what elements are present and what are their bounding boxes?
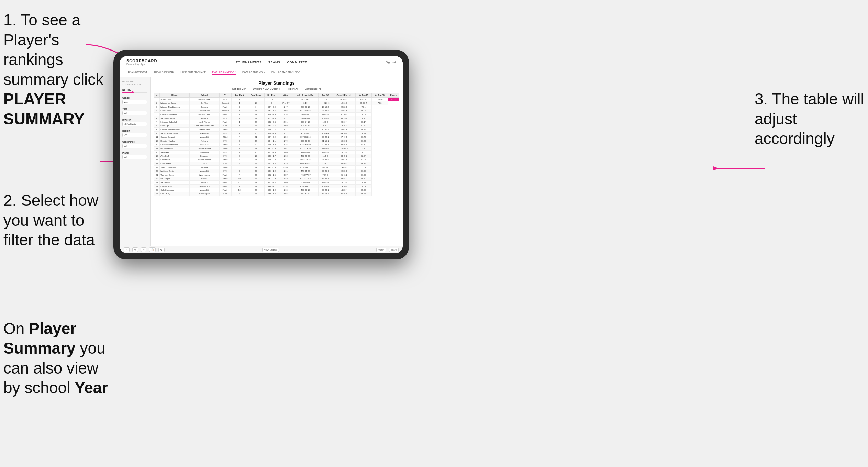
table-row[interactable]: 15Jake HallTennesseeFifth71868.5 -1.51.6… [154,151,399,154]
no-rds-slider[interactable] [122,92,147,93]
table-cell: 1.41 [279,147,292,151]
table-cell: 28-12-7 [319,116,332,120]
table-row[interactable]: 6Jackson KoivunAuburnFirst12767.3 -2.02.… [154,116,399,120]
table-cell: Brendan Valdes [160,139,189,143]
watch-btn[interactable]: Watch [376,248,386,252]
table-cell: 69.1 -1.8 [265,162,279,166]
paste-btn[interactable]: 📋 [149,247,156,252]
nav-committee[interactable]: COMMITTEE [287,60,307,64]
subnav-team-h2h-grid[interactable]: TEAM H2H GRID [154,70,174,75]
year-select[interactable]: (All) [122,111,147,115]
table-row[interactable]: 9Preston SummerhaysArizona StateThird324… [154,128,399,132]
table-row[interactable]: 11Gordon SargentVanderbiltThird42168.7 -… [154,135,399,139]
table-cell: 1 [231,98,247,101]
table-row[interactable]: 7Nicholas GabrelcikNorth FloridaFourth12… [154,120,399,124]
table-cell: 44-26-8 [332,132,356,135]
table-cell: 13-18-2 [319,151,332,154]
table-cell: Jacob Skov Olesen [160,132,189,135]
table-cell: 18 [247,101,265,105]
table-cell: Ole Miss [189,101,219,105]
conference-select[interactable]: (All) [122,144,147,148]
filter-region: Region: All [287,88,298,90]
table-cell: 3 [154,105,160,109]
table-row[interactable]: 4Luke ClatonFlorida StateSecond12768.2 -… [154,109,399,113]
table-row[interactable]: 14Maxwell FordNorth CarolinaThird72369.1… [154,147,399,151]
table-row[interactable]: 20Matthew RiedelVanderbiltFifth92268.6 -… [154,169,399,173]
table-row[interactable]: 19Tiger ChristensenArizonaThird52369.2 -… [154,166,399,169]
subnav-player-h2h-heatmap[interactable]: PLAYER H2H HEATMAP [271,70,300,75]
table-cell: 440-26-6 [319,101,332,105]
view-btn[interactable]: View: Original [262,248,279,252]
table-row[interactable]: 24Bastien AmatNew MexicoFourth12769.4 -1… [154,185,399,188]
left-instructions: 1. To see a Player's rankings summary cl… [3,10,110,398]
copy-btn[interactable]: ⧉ [141,247,146,252]
table-row[interactable]: 5Christo LamprechtGeorgia TechFourth2216… [154,113,399,116]
player-select[interactable]: (All) [122,155,147,159]
table-cell: 26 [154,192,160,196]
table-cell: 14-20-1 [319,181,332,185]
table-row[interactable]: 22Ian GilliganFloridaThird102468.7 -0.91… [154,177,399,181]
step-on-text: On Player Summary you can also view by s… [3,319,110,398]
table-cell: 57-23-0 [371,98,388,101]
no-rds-label: No Rds. [122,89,147,91]
table-row[interactable]: 16Alex GoffKentuckyFifth81968.3 -1.71.92… [154,154,399,158]
division-select[interactable]: NCAA Division I [122,122,147,126]
table-cell: 88.20 [388,98,399,101]
table-cell: 674-33-12 [292,116,319,120]
table-cell: 35-26-4 [332,192,356,196]
table-cell: 61-20-3 [332,113,356,116]
table-cell: Fifth [219,139,231,143]
table-cell: 448-85-27 [292,169,319,173]
table-cell: Arkansas [189,132,219,135]
subnav-player-summary[interactable]: PLAYER SUMMARY [212,70,236,75]
gender-select[interactable]: Men [122,100,147,104]
share-btn[interactable]: Share [389,248,399,252]
table-row[interactable]: 2Michael Le SassoOle MissSecond118067.1 … [154,101,399,105]
clock-btn[interactable]: ⏱ [158,248,165,252]
table-cell: 66.04 [356,109,372,113]
table-row[interactable]: 26Petr HrubyWashingtonFifth72568.6 -1.81… [154,192,399,196]
redo-btn[interactable]: ↪ [132,247,138,252]
table-cell: 8 [231,154,247,158]
table-cell: 1 [279,98,292,101]
filter-division: Division: NCAA Division I [253,88,280,90]
table-cell: Auburn [189,139,219,143]
table-row[interactable]: 13Phichaksn MaichonTexas A&MThird63069.0… [154,143,399,147]
table-cell: Nicholas Gabrelcik [160,120,189,124]
table-row[interactable]: 18Luke PowellUCLAFirst42469.1 -1.81.1350… [154,162,399,166]
subnav-player-h2h-grid[interactable]: PLAYER H2H GRID [242,70,265,75]
table-cell: 26-23-1 [319,188,332,192]
table-row[interactable]: 23Jack LundinMissouriFourth112468.5 -2.3… [154,181,399,185]
nav-teams[interactable]: TEAMS [268,60,280,64]
table-cell: 51-51-10 [332,147,356,151]
table-row[interactable]: 1Wenyi DingArizona StateFirst1115167.1 -… [154,98,399,101]
table-row[interactable]: 12Brendan ValdesAuburnFifth53768.4 -1.11… [154,139,399,143]
subnav-team-h2h-heatmap[interactable]: TEAM H2H HEATMAP [180,70,206,75]
table-cell: Georgia Tech [189,113,219,116]
table-row[interactable]: 21Taehoon SongWashingtonFourth42369.2 -1… [154,173,399,177]
sign-out-link[interactable]: Sign out [386,60,396,64]
undo-btn[interactable]: ↩ [124,247,130,252]
sub-nav: TEAM SUMMARY TEAM H2H GRID TEAM H2H HEAT… [120,68,403,77]
subnav-team-summary[interactable]: TEAM SUMMARY [126,70,147,75]
table-cell: 20-25-6 [319,169,332,173]
table-cell: 19-11-1 [332,101,356,105]
table-cell: Maxwell Ford [160,147,189,151]
table-cell: Fifth [219,192,231,196]
table-cell: 55.87 [356,162,372,166]
table-row[interactable]: 17David FordNorth CarolinaThird42169.0 -… [154,158,399,162]
nav-tournaments[interactable]: TOURNAMENTS [236,60,261,64]
table-row[interactable]: 25Cole SherwoodVanderbiltFourth122369.3 … [154,188,399,192]
table-cell: 1.92 [279,154,292,158]
table-row[interactable]: 3Michael ThorbjornsenStanfordFourth2168.… [154,105,399,109]
table-cell: 23 [154,181,160,185]
table-cell: 21 [247,158,265,162]
table-cell: 20-26-1 [319,143,332,147]
table-row[interactable]: 10Jacob Skov OlesenArkansasFifth12568.4 … [154,132,399,135]
table-cell: 25 [247,132,265,135]
table-cell: Fourth [219,113,231,116]
table-cell: 69.2 -1.5 [265,173,279,177]
region-select[interactable]: N/A [122,133,147,137]
table-row[interactable]: 8Mats EgeEast Tennessee StateFifth12468.… [154,124,399,128]
table-cell: 1 [231,116,247,120]
